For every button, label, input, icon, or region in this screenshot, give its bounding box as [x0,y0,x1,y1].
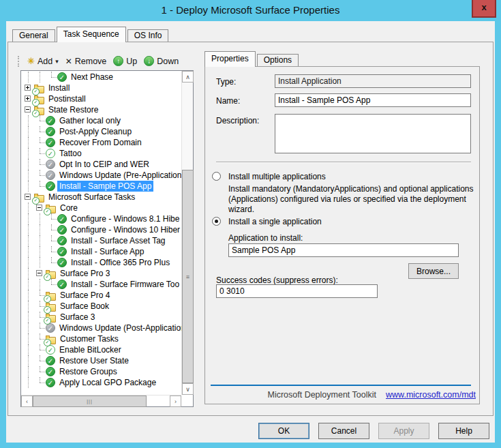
tree-item-install[interactable]: Install [22,83,181,93]
tree-guide-line [22,333,34,344]
tree-item-label: Install [46,83,72,93]
move-down-button[interactable]: ↓ Down [140,55,182,68]
success-codes-field[interactable] [216,284,378,298]
tree-item-next-phase[interactable]: ✓Next Phase [22,72,181,83]
properties-page: Type: Name: Description: Install multipl… [204,66,480,404]
tree-item-state-restore[interactable]: State Restore [22,104,181,115]
tree-item-customer-tasks[interactable]: Customer Tasks [22,333,181,344]
tree-item-restore-groups[interactable]: ✓Restore Groups [22,366,181,377]
collapse-minus-icon[interactable] [36,270,42,276]
apply-button: Apply [378,423,429,439]
folder-check-icon [46,292,56,301]
ok-button[interactable]: OK [258,423,309,439]
tree-guide-line [22,323,34,333]
tree-item-microsoft-surface-tasks[interactable]: Microsoft Surface Tasks [22,192,181,203]
tree-item-surface-pro-3[interactable]: Surface Pro 3 [22,268,181,279]
tree-vertical-scrollbar[interactable]: ∧ ≡ ∨ [181,71,193,395]
tree-item-restore-user-state[interactable]: ✓Restore User State [22,355,181,366]
toolbar-grip [18,56,20,67]
check-icon-green: ✓ [57,225,67,235]
tree-item-configure-windows-10-hiber[interactable]: ✓Configure - Windows 10 Hiber [22,224,181,235]
tree-item-label: Gather local only [57,115,123,126]
check-icon-green: ✓ [46,181,55,191]
application-field[interactable] [228,243,459,257]
folder-flap [46,303,50,305]
tree-horizontal-scrollbar[interactable]: ‹ ||| › [21,395,181,406]
tab-properties[interactable]: Properties [204,51,256,67]
tree-item-install-office-365-pro-plus[interactable]: ✓Install - Office 365 Pro Plus [22,257,181,268]
tree-item-windows-update-pre-application-inst[interactable]: ✓Windows Update (Pre-Application Inst [22,170,181,181]
expand-plus-icon[interactable] [25,85,31,91]
radio-install-single[interactable] [212,217,221,226]
tree-item-install-sample-pos-app[interactable]: ✓Install - Sample POS App [22,181,181,192]
collapse-minus-icon[interactable] [25,106,31,113]
mdt-footer-link[interactable]: www.microsoft.com/mdt [386,390,476,400]
folder-check-icon [46,270,56,279]
description-field[interactable] [275,114,471,153]
tree-guide-line [22,115,34,126]
horizontal-scrollbar-thumb[interactable]: ||| [33,395,147,407]
tree-item-gather-local-only[interactable]: ✓Gather local only [22,115,181,126]
tree-item-opt-in-to-ceip-and-wer[interactable]: ✓Opt In to CEIP and WER [22,159,181,170]
radio-install-multiple-label[interactable]: Install multiple applications [228,172,326,181]
tree-item-recover-from-domain[interactable]: ✓Recover From Domain [22,137,181,148]
add-button[interactable]: ✳ Add ▾ [24,55,62,68]
tree-item-install-surface-app[interactable]: ✓Install - Surface App [22,246,181,257]
expand-plus-icon[interactable] [25,95,31,102]
tree-item-surface-book[interactable]: Surface Book [22,301,181,312]
tree-item-label: Windows Update (Post-Application Ins [57,323,181,333]
vertical-scrollbar-thumb[interactable]: ≡ [182,170,194,383]
remove-button[interactable]: ✕ Remove [62,55,110,68]
scroll-left-icon: ‹ [26,398,28,405]
tab-general[interactable]: General [12,29,55,42]
folder-check-icon [34,194,44,203]
main-tab-bar: GeneralTask SequenceOS Info [12,27,170,42]
folder-flap [46,314,50,316]
tree-item-label: Windows Update (Pre-Application Inst [57,170,181,181]
radio-install-single-label[interactable]: Install a single application [228,217,322,226]
scroll-down-button[interactable]: ∨ [182,383,194,395]
tree-item-apply-local-gpo-package[interactable]: ✓Apply Local GPO Package [22,377,181,388]
tree-item-surface-3[interactable]: Surface 3 [22,312,181,323]
scroll-right-button[interactable]: › [170,395,181,407]
tree-item-label: Surface Book [58,301,111,312]
tree-item-tattoo[interactable]: ✓Tattoo [22,148,181,159]
tree-item-surface-pro-4[interactable]: Surface Pro 4 [22,290,181,301]
scroll-left-button[interactable]: ‹ [21,395,33,407]
scroll-up-button[interactable]: ∧ [182,71,194,83]
up-button-label: Up [126,57,137,66]
close-button[interactable]: x [472,0,496,18]
tree-item-label: Post-Apply Cleanup [57,126,134,137]
tree-guide-line [22,268,34,279]
tree-item-install-surface-asset-tag[interactable]: ✓Install - Surface Asset Tag [22,235,181,246]
tree-item-configure-windows-8-1-hibe[interactable]: ✓Configure - Windows 8.1 Hibe [22,213,181,224]
collapse-minus-icon[interactable] [25,194,31,200]
titlebar[interactable]: 1 - Deploy Microsoft Surface Properties … [0,0,501,21]
move-up-button[interactable]: ↑ Up [110,55,140,68]
name-field[interactable] [275,93,471,107]
browse-button[interactable]: Browse... [408,263,459,279]
folder-flap [46,205,50,207]
tree-item-label: Customer Tasks [58,333,121,344]
help-button[interactable]: Help [438,423,489,439]
scrollbar-track[interactable] [147,395,170,406]
tree-guide-line [22,235,34,246]
tab-task-sequence[interactable]: Task Sequence [57,27,126,42]
thumb-grip-icon: ||| [87,399,92,404]
tree-item-post-apply-cleanup[interactable]: ✓Post-Apply Cleanup [22,126,181,137]
tree-item-core[interactable]: Core [22,203,181,213]
tab-os-info[interactable]: OS Info [127,29,169,42]
tree-item-label: Surface Pro 4 [58,290,112,301]
collapse-minus-icon[interactable] [36,205,42,211]
install-multiple-help-text: Install mandatory (MandatoryApplications… [228,184,482,215]
tree-guide-elbow [34,366,46,377]
check-icon-green: ✓ [57,72,67,82]
radio-install-multiple[interactable] [212,172,221,181]
check-icon-outline: ✓ [46,149,55,158]
cancel-button[interactable]: Cancel [318,423,369,439]
tree-item-postinstall[interactable]: Postinstall [22,93,181,104]
tree-item-install-surface-firmware-too[interactable]: ✓Install - Surface Firmware Too [22,279,181,290]
type-label: Type: [216,77,236,87]
tree-item-label: Surface Pro 3 [58,268,112,279]
tab-options[interactable]: Options [257,54,299,66]
